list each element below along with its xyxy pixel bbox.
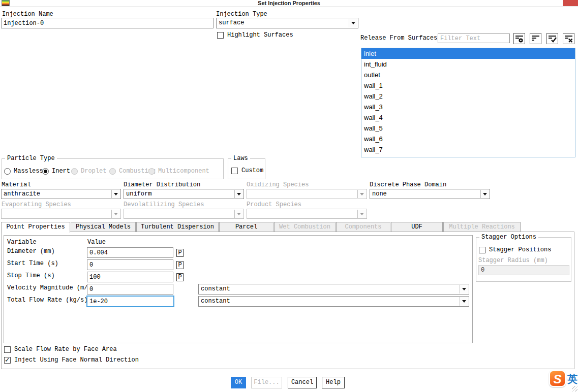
radio-icon [71, 168, 78, 175]
particle-type-legend: Particle Type [5, 155, 57, 162]
surface-list-item[interactable]: outlet [361, 70, 575, 80]
diameter-distribution-value: uniform [126, 189, 233, 199]
filter-options-icon[interactable] [513, 33, 525, 44]
tab-parcel[interactable]: Parcel [219, 222, 273, 232]
highlight-surfaces-checkbox[interactable]: Highlight Surfaces [217, 31, 293, 39]
tab-point-properties[interactable]: Point Properties [1, 222, 70, 233]
window-title: Set Injection Properties [0, 0, 578, 7]
stagger-radius-label: Stagger Radius (mm) [478, 257, 548, 264]
diameter-input[interactable] [87, 247, 173, 258]
chevron-down-icon [357, 190, 366, 198]
inject-face-normal-checkbox[interactable]: Inject Using Face Normal Direction [4, 356, 139, 364]
chevron-down-icon [234, 210, 243, 218]
radio-droplet-label: Droplet [81, 168, 106, 175]
release-from-surfaces-label: Release From Surfaces [360, 35, 437, 42]
evaporating-species-value [4, 209, 110, 218]
select-all-icon[interactable] [546, 33, 558, 44]
tab-wet-combustion: Wet Combustion [274, 222, 336, 232]
flow-rate-profile-value: constant [201, 297, 459, 306]
cancel-button[interactable]: Cancel [288, 377, 317, 388]
list-names-icon[interactable] [530, 33, 541, 44]
diameter-label: Diameter (mm) [7, 248, 55, 255]
checkbox-box-icon [217, 32, 224, 39]
material-select[interactable]: anthracite [1, 189, 121, 199]
resize-grip[interactable] [572, 386, 577, 391]
velocity-magnitude-input[interactable] [87, 284, 173, 295]
injection-type-select[interactable]: surface [216, 18, 358, 28]
checkbox-box-icon [4, 346, 11, 353]
discrete-phase-domain-label: Discrete Phase Domain [370, 181, 446, 188]
scale-flow-rate-label: Scale Flow Rate by Face Area [14, 346, 117, 353]
chevron-down-icon [349, 19, 357, 27]
ime-language-indicator[interactable]: 英 [567, 372, 577, 386]
radio-massless-label: Massless [14, 168, 43, 175]
tab-physical-models[interactable]: Physical Models [71, 222, 136, 232]
devolatilizing-species-value [126, 209, 233, 218]
radio-icon [42, 168, 49, 175]
surface-filter-input[interactable] [438, 34, 510, 43]
injection-type-value: surface [219, 18, 348, 28]
discrete-phase-domain-select[interactable]: none [370, 189, 490, 199]
custom-laws-checkbox[interactable]: Custom [231, 167, 263, 174]
diameter-distribution-select[interactable]: uniform [124, 189, 244, 199]
start-time-profile-button[interactable]: P [176, 261, 184, 269]
inject-face-normal-label: Inject Using Face Normal Direction [14, 356, 139, 364]
chevron-down-icon [460, 285, 468, 293]
material-value: anthracite [4, 189, 110, 199]
tab-multiple-reactions: Multiple Reactions [443, 222, 521, 232]
tab-udf[interactable]: UDF [391, 222, 443, 232]
ok-button[interactable]: OK [231, 377, 246, 388]
devolatilizing-species-select [124, 209, 244, 219]
stagger-positions-label: Stagger Positions [489, 246, 551, 253]
surface-list-item[interactable]: int_fluid [361, 59, 575, 70]
title-bar: Set Injection Properties [0, 0, 578, 7]
diameter-profile-button[interactable]: P [176, 249, 184, 257]
stop-time-input[interactable] [87, 272, 173, 282]
surface-list-item[interactable]: wall_2 [361, 91, 575, 102]
chevron-down-icon [111, 190, 120, 198]
custom-laws-label: Custom [241, 167, 263, 174]
product-species-value [249, 209, 356, 218]
surface-list-item[interactable]: wall_4 [361, 112, 575, 123]
velocity-magnitude-label: Velocity Magnitude (m/s) [7, 284, 95, 291]
product-species-label: Product Species [247, 201, 301, 208]
velocity-profile-select[interactable]: constant [198, 284, 469, 295]
deselect-all-icon[interactable] [563, 33, 574, 44]
highlight-surfaces-label: Highlight Surfaces [227, 31, 293, 39]
evaporating-species-label: Evaporating Species [2, 201, 71, 208]
surface-list-item[interactable]: wall_7 [361, 144, 575, 155]
start-time-input[interactable] [87, 259, 173, 270]
help-button[interactable]: Help [322, 377, 345, 388]
chevron-down-icon [460, 297, 468, 306]
surface-list-item[interactable]: wall_1 [361, 80, 575, 91]
radio-massless[interactable]: Massless [4, 168, 43, 175]
radio-droplet: Droplet [71, 168, 106, 175]
file-button: File... [251, 377, 282, 388]
sogou-ime-icon[interactable]: S [549, 370, 566, 387]
radio-inert[interactable]: Inert [42, 168, 70, 175]
radio-icon [148, 168, 155, 175]
chevron-down-icon [480, 190, 489, 198]
stop-time-label: Stop Time (s) [7, 272, 55, 279]
flow-rate-profile-select[interactable]: constant [198, 296, 469, 307]
surface-list: inlet int_fluid outlet wall_1 wall_2 wal… [361, 48, 575, 157]
scale-flow-rate-checkbox[interactable]: Scale Flow Rate by Face Area [4, 346, 117, 353]
oxidizing-species-select [247, 189, 367, 199]
surface-list-item[interactable]: wall_3 [361, 102, 575, 112]
surface-list-item[interactable]: inlet [361, 48, 575, 59]
total-flow-rate-input[interactable] [86, 296, 174, 307]
injection-name-input[interactable] [1, 18, 214, 28]
stagger-positions-checkbox[interactable]: Stagger Positions [479, 246, 551, 253]
injection-type-label: Injection Type [216, 11, 267, 18]
stop-time-profile-button[interactable]: P [176, 273, 184, 281]
injection-name-label: Injection Name [2, 11, 53, 18]
product-species-select [247, 209, 367, 219]
oxidizing-species-label: Oxidizing Species [247, 181, 309, 188]
diameter-distribution-label: Diameter Distribution [124, 181, 200, 188]
close-button[interactable] [563, 0, 578, 6]
checkbox-box-icon [4, 357, 11, 364]
surface-list-item[interactable]: wall_5 [361, 123, 575, 134]
surface-list-item[interactable]: wall_6 [361, 134, 575, 144]
total-flow-rate-label: Total Flow Rate (kg/s) [7, 297, 87, 304]
tab-turbulent-dispersion[interactable]: Turbulent Dispersion [136, 222, 219, 232]
